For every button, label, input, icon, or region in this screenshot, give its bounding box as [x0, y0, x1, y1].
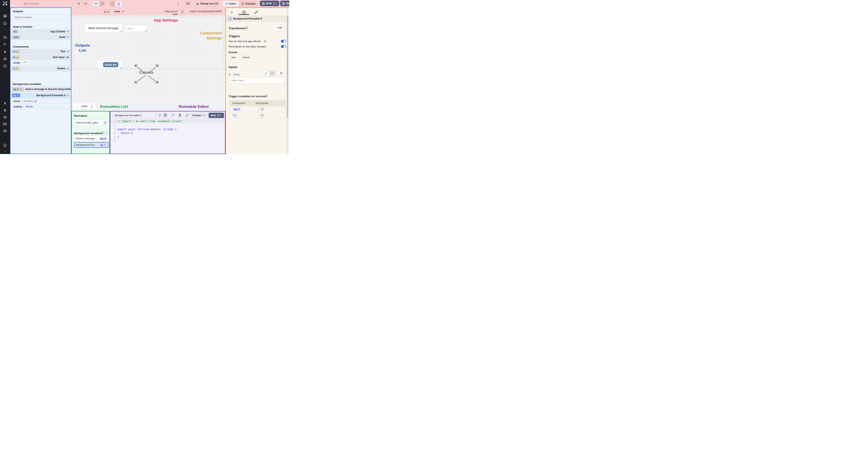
runnable-item-script[interactable]: u/henri/scrape_githu... c [74, 120, 109, 126]
table-row: bg_0 [229, 106, 286, 112]
app-summary-input[interactable] [21, 1, 73, 6]
help-icon[interactable]: ? [3, 143, 7, 147]
tab-preview[interactable]: Preview [239, 1, 258, 6]
runs-play-icon[interactable] [3, 42, 7, 46]
chevron-down-icon[interactable] [67, 51, 69, 52]
output-row-bg1[interactable]: bg_1 Background Runnable 0 [10, 92, 71, 98]
recompute-toggle[interactable] [281, 45, 286, 48]
info-icon[interactable] [246, 27, 248, 29]
chevron-down-icon[interactable] [67, 36, 69, 38]
debug-runs-label: Debug runs (7) [200, 2, 218, 5]
redo-button[interactable] [82, 1, 89, 6]
desktop-view-toggle[interactable] [116, 1, 122, 6]
deploy-button[interactable]: Deploy [280, 1, 289, 6]
output-row-b[interactable]: b☝ Text Input [10, 55, 71, 60]
table-header: Component Recompute [229, 100, 286, 106]
result-key: result [13, 100, 20, 103]
output-row-ctx[interactable]: ctx App Context [10, 29, 71, 34]
zoom-in-button[interactable]: + [90, 104, 94, 109]
run-on-start-toggle[interactable] [281, 40, 286, 42]
expand-editor-icon[interactable] [186, 113, 189, 117]
connect-input-button[interactable] [278, 71, 284, 76]
mobile-view-toggle[interactable] [109, 1, 116, 6]
runnable-item-bg1-selected[interactable]: Background Run... bg_1 [74, 142, 109, 148]
add-tab[interactable]: + [231, 10, 233, 15]
resize-handle[interactable] [145, 30, 146, 31]
device-toggle-group [109, 1, 122, 7]
switchboard-icon[interactable] [3, 14, 7, 18]
folder-icon[interactable] [3, 123, 7, 126]
ai-wand-icon[interactable] [171, 113, 175, 117]
chevron-up-icon[interactable] [66, 56, 69, 59]
press-me-button[interactable]: Press me [103, 62, 118, 67]
right-panel-scrollbar-thumb[interactable] [287, 16, 288, 118]
undo-button[interactable] [75, 1, 82, 6]
expand-sidebar-arrow-icon[interactable]: → [4, 149, 7, 153]
components-tab-active[interactable] [242, 10, 246, 14]
chevron-down-icon[interactable] [67, 68, 69, 69]
add-background-runnable-button[interactable]: + [104, 130, 109, 135]
search-outputs-input[interactable] [12, 14, 69, 20]
static-value-textarea[interactable]: Static value [228, 77, 286, 84]
bg0-label: Send a message to discord using webhoo [25, 88, 71, 91]
debug-runs-button[interactable]: Debug runs (7) [194, 1, 220, 6]
styling-tab[interactable] [254, 10, 258, 14]
app-sidebar: $ ⚙ ? → [0, 0, 10, 154]
recompute-toggle-bg0[interactable] [258, 108, 264, 111]
input-mode-group: f [262, 71, 276, 76]
info-icon[interactable] [219, 10, 222, 13]
add-transformer-button[interactable]: + Add [273, 25, 285, 31]
resize-handle[interactable] [121, 31, 122, 32]
discord-text-label: Write Discord message: [88, 27, 119, 30]
discord-message-input[interactable] [125, 25, 147, 32]
resize-grip-icon[interactable] [284, 81, 285, 83]
book-icon [186, 2, 190, 5]
format-label: Format [192, 114, 201, 117]
variables-dollar-icon[interactable]: $ [4, 50, 6, 54]
user-icon[interactable] [3, 102, 7, 105]
output-row-state[interactable]: state State [10, 34, 71, 40]
draft-button[interactable]: Draft ⌘S [260, 1, 279, 6]
cache-database-icon[interactable] [164, 113, 167, 117]
runnable-item-bg0[interactable]: Send a message... bg_0 [74, 136, 109, 141]
hide-bar-toggle[interactable] [179, 10, 184, 13]
chevron-down-icon[interactable] [67, 31, 69, 32]
settings-gear-icon[interactable]: ⚙ [4, 108, 6, 112]
resize-handle[interactable] [121, 67, 122, 68]
run-mode-dropdown[interactable]: once [114, 10, 124, 13]
eval-mode-button[interactable]: f [269, 71, 276, 76]
plug-icon [280, 72, 283, 75]
zoom-out-button[interactable]: − [75, 105, 79, 108]
windmill-logo-icon[interactable] [2, 1, 8, 6]
refresh-count-button[interactable]: 2 [102, 9, 111, 15]
bg1-loading-row: loading: false [10, 104, 71, 109]
resources-cubes-icon[interactable] [3, 57, 7, 61]
delete-trash-icon[interactable] [179, 113, 181, 117]
output-row-c[interactable]: c☝ Button [10, 66, 71, 71]
schedules-calendar-icon[interactable] [3, 64, 7, 68]
output-row-a[interactable]: a☝ Text [10, 48, 71, 54]
run-button[interactable]: Run ⌘↵ [209, 113, 224, 118]
text-component[interactable]: Write Discord message: [85, 24, 122, 32]
star-icon[interactable] [3, 22, 7, 26]
code-editor[interactable]: 1// import * as wmill from "windmill-cli… [110, 119, 225, 154]
audit-eye-icon[interactable] [3, 130, 7, 132]
docs-button[interactable] [184, 1, 192, 6]
workers-robot-icon[interactable] [3, 116, 7, 119]
runnable-name-input[interactable] [113, 113, 156, 118]
info-icon[interactable] [265, 95, 268, 97]
tab-editor[interactable]: Editor [223, 1, 239, 6]
output-row-bg0[interactable]: bg_0☝ Send a message to discord using we… [10, 86, 71, 92]
recompute-toggle-c[interactable] [258, 114, 264, 117]
centered-layout-toggle[interactable] [93, 1, 99, 6]
info-icon[interactable] [264, 40, 266, 42]
chevron-up-icon[interactable] [67, 95, 69, 96]
home-icon[interactable] [3, 35, 7, 39]
more-menu-button[interactable] [178, 2, 179, 6]
component-badge: bg_0 [232, 107, 241, 111]
a-badge: a☝ [12, 50, 20, 54]
static-mode-button-active[interactable] [262, 71, 269, 76]
fullwidth-layout-toggle[interactable] [99, 1, 105, 6]
format-button[interactable]: Format ⌘S [191, 113, 207, 118]
zoom-control: − 100% + [73, 103, 95, 109]
